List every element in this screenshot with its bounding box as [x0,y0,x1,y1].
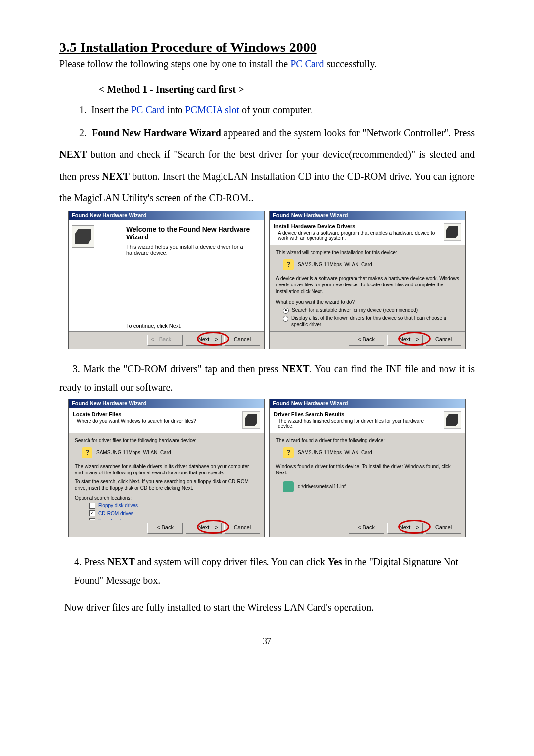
step-1-a: Insert the [91,104,131,115]
document-page: 3.5 Installation Procedure of Windows 20… [0,0,534,676]
wizard-footer: < Back Next Cancel [69,520,264,537]
wizard-row-2: Found New Hardware Wizard Locate Driver … [59,399,475,537]
step-3: 3. Mark the "CD-ROM drivers" tap and the… [59,359,475,397]
ordered-list: 1. Insert the PC Card into PCMCIA slot o… [59,99,475,209]
next-button[interactable]: Next [186,523,222,534]
question-device-icon [82,447,92,458]
wizard-locate-files: Found New Hardware Wizard Locate Driver … [68,399,265,537]
cancel-label: Cancel [435,336,452,342]
back-button[interactable]: < Back [147,523,183,534]
question-device-icon [283,259,294,270]
radio-label: Display a list of the known drivers for … [291,315,459,328]
step-2: 2. Found New Hardware Wizard appeared an… [59,122,475,209]
wizard-main-grey: The wizard found a driver for the follow… [270,433,465,520]
line-1: Search for driver files for the followin… [75,437,258,444]
wizard-body: Driver Files Search Results The wizard h… [270,408,465,520]
wizard-header-white: Driver Files Search Results The wizard h… [270,408,465,433]
device-row: SAMSUNG 11Mbps_WLAN_Card [82,447,258,458]
step-1-c: of your computer. [239,104,312,115]
wizard-titlebar: Found New Hardware Wizard [69,399,264,408]
para-2: To start the search, click Next. If you … [75,478,258,492]
cancel-button[interactable]: Cancel [426,523,461,534]
hardware-icon [444,223,461,241]
wizard-footer: < Back Next Cancel [270,331,465,349]
intro-line: Please follow the following steps one by… [59,58,475,70]
wizard-top-title: Driver Files Search Results [274,411,441,417]
wizard-row-1: Found New Hardware Wizard Welcome to the… [59,211,475,349]
hardware-icon [444,411,461,429]
wizard-footer: Back Next >Next Cancel [69,331,264,349]
wizard-subtext: This wizard helps you install a device d… [126,244,258,256]
wizard-sidebar [69,220,124,331]
wizard-top-sub: The wizard has finished searching for dr… [278,418,441,429]
wizard-titlebar: Found New Hardware Wizard [270,211,465,220]
optloc: Optional search locations: [75,495,258,502]
device-row: SAMSUNG 11Mbps_WLAN_Card [283,259,459,270]
radio-dot-icon [283,308,289,314]
chk-label: Floppy disk drives [98,502,138,509]
cancel-label: Cancel [234,336,251,342]
hardware-icon [72,225,94,248]
wizard-main-grey: This wizard will complete the installati… [270,245,465,332]
wizard-top-title: Install Hardware Device Drivers [274,223,441,229]
chk-cdrom[interactable]: CD-ROM drives [89,510,258,517]
pc-card-link: PC Card [290,58,324,69]
step-1-number: 1. [79,104,87,115]
step-1: 1. Insert the PC Card into PCMCIA slot o… [59,99,475,121]
hardware-icon [242,411,260,429]
wizard-top-sub: A device driver is a software program th… [278,230,441,241]
question-device-icon [283,447,294,458]
back-button[interactable]: Back [147,335,183,346]
cancel-label: Cancel [435,524,452,530]
wizard-body: Install Hardware Device Drivers A device… [270,220,465,331]
section-heading: 3.5 Installation Procedure of Windows 20… [59,40,475,55]
wizard-top-title: Locate Driver Files [73,411,239,417]
question: What do you want the wizard to do? [276,299,459,306]
wizard-header-white: Locate Driver Files Where do you want Wi… [69,408,264,433]
wizard-header-white: Install Hardware Device Drivers A device… [270,220,465,245]
step-1-b: into [165,104,185,115]
next-button[interactable]: Next >Next [186,335,222,346]
checkbox-icon [89,503,95,509]
para: A device driver is a software program th… [276,275,459,295]
next-button[interactable]: Next [387,335,423,346]
line-1: This wizard will complete the installati… [276,249,459,256]
checkbox-icon [89,510,95,516]
wizard-top-sub: Where do you want Windows to search for … [77,418,239,424]
intro-suffix: successfully. [324,58,377,69]
device-name: SAMSUNG 11Mbps_WLAN_Card [298,449,372,456]
cancel-button[interactable]: Cancel [224,335,260,346]
step-2-number: 2. [79,127,87,138]
next-button[interactable]: Next [387,523,423,534]
wizard-heading: Welcome to the Found New Hardware Wizard [126,225,258,241]
now-line: Now driver files are fully installed to … [64,598,475,616]
wizard-titlebar: Found New Hardware Wizard [69,211,264,220]
cancel-button[interactable]: Cancel [224,523,260,534]
device-name: SAMSUNG 11Mbps_WLAN_Card [298,261,372,268]
inf-file-icon [283,481,294,492]
wizard-install-drivers: Found New Hardware Wizard Install Hardwa… [269,211,466,349]
radio-display-list[interactable]: Display a list of the known drivers for … [283,315,459,328]
chk-label: CD-ROM drives [98,510,134,517]
intro-prefix: Please follow the following steps one by… [59,58,290,69]
line-1: The wizard found a driver for the follow… [276,437,459,444]
cancel-label: Cancel [234,524,251,530]
radio-dot-icon [283,316,288,322]
back-label: < Back [358,336,375,342]
radio-search[interactable]: Search for a suitable driver for my devi… [283,307,459,314]
pcmcia-slot-link: PCMCIA slot [185,104,239,115]
back-button[interactable]: < Back [349,335,384,346]
wizard-body: Locate Driver Files Where do you want Wi… [69,408,264,520]
method-1-heading: < Method 1 - Inserting card first > [99,84,475,95]
wizard-search-results: Found New Hardware Wizard Driver Files S… [269,399,466,537]
wizard-content: Welcome to the Found New Hardware Wizard… [124,220,264,331]
back-button[interactable]: < Back [349,523,384,534]
cancel-button[interactable]: Cancel [426,335,461,346]
path-row: d:\drivers\netswl11.inf [283,481,459,492]
wizard-body: Welcome to the Found New Hardware Wizard… [69,220,264,331]
chk-floppy[interactable]: Floppy disk drives [89,502,258,509]
inf-path: d:\drivers\netswl11.inf [298,483,346,490]
radio-label: Search for a suitable driver for my devi… [292,307,418,314]
pc-card-link-2: PC Card [131,104,165,115]
wizard-titlebar: Found New Hardware Wizard [270,399,465,408]
